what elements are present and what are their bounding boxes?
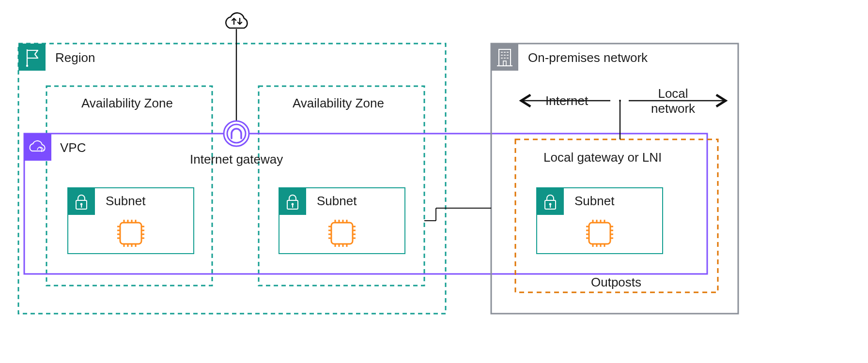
lock-icon (537, 188, 564, 215)
vpc-cloud-icon (24, 134, 51, 161)
igw-label: Internet gateway (190, 152, 283, 167)
region-box (18, 44, 446, 314)
svg-rect-47 (491, 44, 518, 71)
onprem-box (491, 44, 738, 314)
svg-rect-7 (81, 205, 82, 208)
ec2-chip-icon (328, 220, 356, 247)
svg-rect-4 (68, 188, 95, 215)
svg-rect-26 (279, 188, 306, 215)
svg-rect-30 (331, 223, 353, 244)
onprem-label: On-premises network (528, 50, 648, 65)
localnet-label: Local network (651, 86, 695, 116)
az-box-2 (259, 86, 424, 286)
lock-icon (68, 188, 95, 215)
vpc-label: VPC (60, 140, 86, 155)
svg-rect-2 (24, 134, 51, 161)
svg-rect-61 (537, 188, 564, 215)
lgw-label: Local gateway or LNI (543, 150, 662, 165)
subnet-label-3: Subnet (574, 194, 614, 209)
region-label: Region (55, 50, 95, 65)
lock-icon (279, 188, 306, 215)
svg-rect-8 (120, 223, 141, 244)
diagram-root: Region Availability Zone Availability Zo… (0, 0, 868, 363)
link-region-onprem (424, 208, 491, 221)
internet-label: Internet (545, 93, 588, 108)
svg-rect-0 (18, 44, 46, 71)
az-label-2: Availability Zone (293, 96, 384, 111)
internet-cloud-icon (226, 13, 247, 28)
svg-rect-65 (589, 223, 610, 244)
outposts-label: Outposts (591, 275, 641, 290)
internet-gateway-icon (224, 121, 249, 146)
svg-point-1 (26, 65, 28, 67)
building-icon (491, 44, 518, 71)
svg-rect-29 (292, 205, 293, 208)
svg-rect-64 (550, 205, 551, 208)
junction-dot (619, 100, 621, 102)
subnet-label-1: Subnet (106, 194, 145, 209)
subnet-label-2: Subnet (317, 194, 356, 209)
region-flag-icon (18, 44, 46, 71)
ec2-chip-icon (117, 220, 144, 247)
diagram-svg (0, 0, 868, 363)
az-label-1: Availability Zone (81, 96, 173, 111)
ec2-chip-icon (586, 220, 613, 247)
az-box-1 (46, 86, 212, 286)
